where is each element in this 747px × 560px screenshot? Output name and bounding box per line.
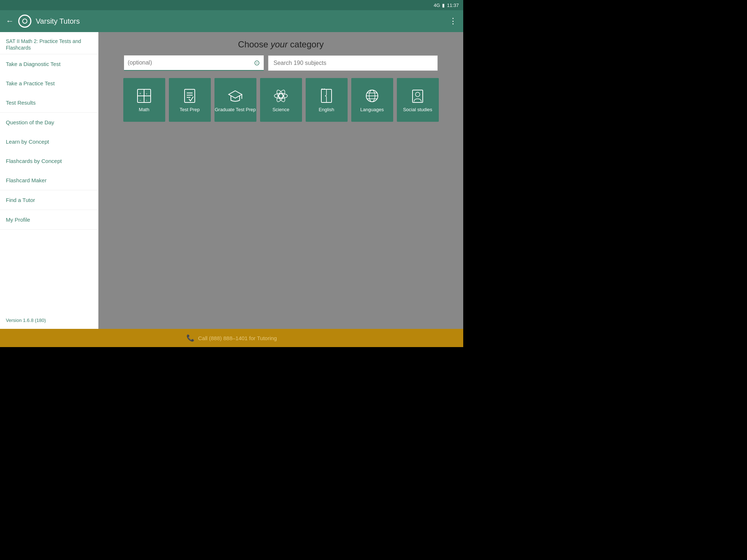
svg-text:+: + [139,92,141,96]
graduate-test-prep-label: Graduate Test Prep [215,107,256,112]
graduate-test-prep-icon [227,88,243,104]
sidebar-item-my-profile[interactable]: My Profile [0,210,98,229]
sidebar-item-diagnostic-test[interactable]: Take a Diagnostic Test [0,54,98,74]
phone-icon: 📞 [186,334,194,342]
svg-text:×: × [146,93,147,95]
category-card-social-studies[interactable]: Social studies [397,78,439,122]
search-input[interactable] [274,60,432,66]
sidebar-item-learn-by-concept[interactable]: Learn by Concept [0,132,98,151]
bookmark-icon: ⊙ [254,58,260,67]
science-label: Science [272,107,289,112]
status-bar: 4G ▮ 11:37 [0,0,463,10]
sidebar-section-learn: Question of the Day Learn by Concept Fla… [0,113,98,190]
social-studies-icon [410,88,426,104]
svg-text:÷: ÷ [146,99,147,102]
category-grid: + × − ÷ Math Test Prep [117,78,445,122]
languages-icon [364,88,380,104]
page-title: Choose your category [238,39,324,50]
category-card-graduate-test-prep[interactable]: Graduate Test Prep [214,78,256,122]
search-row: ⊙ [124,55,438,71]
science-icon [273,88,289,104]
header-left: ← Varsity Tutors [6,15,80,28]
svg-point-13 [279,94,283,98]
title-italic: your [271,39,288,49]
sidebar-item-practice-test[interactable]: Take a Practice Test [0,74,98,93]
logo-inner-circle [22,19,27,24]
sidebar-version: Version 1.6.8 (180) [0,312,98,329]
back-button[interactable]: ← [6,16,14,26]
time-display: 11:37 [447,3,459,8]
category-card-test-prep[interactable]: Test Prep [169,78,211,122]
battery-indicator: ▮ [442,3,445,8]
svg-text:−: − [139,98,141,102]
sidebar-item-question-of-the-day[interactable]: Question of the Day [0,113,98,132]
svg-point-24 [415,92,420,97]
app-logo [18,15,31,28]
search-wrapper[interactable] [268,55,438,71]
main-layout: SAT II Math 2: Practice Tests and Flashc… [0,32,463,329]
call-to-action-text: Call (888) 888–1401 for Tutoring [198,335,277,341]
sidebar-context-title: SAT II Math 2: Practice Tests and Flashc… [6,38,81,51]
sidebar-section-tutor: Find a Tutor [0,190,98,210]
bottom-call-bar[interactable]: 📞 Call (888) 888–1401 for Tutoring [0,329,463,347]
overflow-menu-button[interactable]: ⋮ [449,16,457,26]
sidebar-section-profile: My Profile [0,210,98,230]
languages-label: Languages [360,107,384,112]
math-label: Math [139,107,150,112]
math-icon: + × − ÷ [136,88,152,104]
sidebar-section-tests: Take a Diagnostic Test Take a Practice T… [0,54,98,113]
sidebar-item-flashcards-by-concept[interactable]: Flashcards by Concept [0,151,98,171]
english-label: English [319,107,334,112]
input-wrapper[interactable]: ⊙ [124,55,264,71]
app-title: Varsity Tutors [36,17,80,26]
social-studies-label: Social studies [403,107,432,112]
category-card-science[interactable]: Science [260,78,302,122]
signal-indicator: 4G [434,3,440,8]
content-area: Choose your category ⊙ + × − ÷ [98,32,463,329]
title-text-before: Choose [238,39,271,49]
title-text-after: category [288,39,324,49]
svg-point-14 [274,93,287,98]
category-card-languages[interactable]: Languages [351,78,393,122]
sidebar-item-test-results[interactable]: Test Results [0,93,98,112]
test-prep-label: Test Prep [180,107,200,112]
app-header: ← Varsity Tutors ⋮ [0,10,463,32]
sidebar-item-find-a-tutor[interactable]: Find a Tutor [0,190,98,210]
subject-input[interactable] [128,59,251,66]
category-card-math[interactable]: + × − ÷ Math [123,78,165,122]
sidebar: SAT II Math 2: Practice Tests and Flashc… [0,32,98,329]
sidebar-header: SAT II Math 2: Practice Tests and Flashc… [0,32,98,54]
sidebar-item-flashcard-maker[interactable]: Flashcard Maker [0,171,98,190]
category-card-english[interactable]: English [306,78,348,122]
test-prep-icon [182,88,198,104]
english-icon [318,88,334,104]
